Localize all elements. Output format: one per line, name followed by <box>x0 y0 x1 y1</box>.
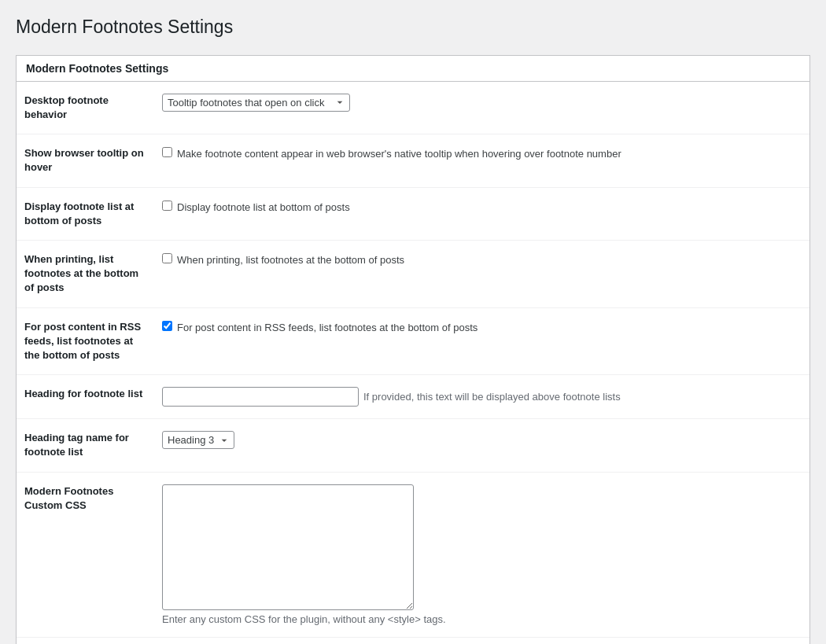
settings-box: Modern Footnotes Settings Desktop footno… <box>16 55 810 644</box>
help-heading-footnote-list: If provided, this text will be displayed… <box>363 389 621 405</box>
cell-desktop-behavior: Tooltip footnotes that open on click Too… <box>154 82 809 134</box>
label-display-footnote-list: Display footnote list at bottom of posts <box>17 187 154 240</box>
cell-printing-footnotes: When printing, list footnotes at the bot… <box>154 241 809 308</box>
heading-field-wrap: If provided, this text will be displayed… <box>162 387 802 407</box>
checkbox-text-rss-footnotes: For post content in RSS feeds, list foot… <box>177 320 478 336</box>
cell-rss-footnotes: For post content in RSS feeds, list foot… <box>154 307 809 375</box>
cell-custom-css: Enter any custom CSS for the plugin, wit… <box>154 472 809 637</box>
settings-section-title: Modern Footnotes Settings <box>17 56 809 82</box>
textarea-custom-css[interactable] <box>162 484 414 610</box>
form-table: Desktop footnote behavior Tooltip footno… <box>17 82 809 644</box>
cell-browser-tooltip: Make footnote content appear in web brow… <box>154 134 809 187</box>
checkbox-text-browser-tooltip: Make footnote content appear in web brow… <box>177 146 621 162</box>
label-heading-tag-name: Heading tag name for footnote list <box>17 419 154 472</box>
label-desktop-behavior: Desktop footnote behavior <box>17 82 154 134</box>
page-title: Modern Footnotes Settings <box>16 16 810 39</box>
checkbox-display-footnote-list[interactable] <box>162 201 172 211</box>
label-browser-tooltip: Show browser tooltip on hover <box>17 134 154 187</box>
row-browser-tooltip: Show browser tooltip on hover Make footn… <box>17 134 809 187</box>
page-wrap: Modern Footnotes Settings Modern Footnot… <box>0 0 826 644</box>
row-custom-css: Modern Footnotes Custom CSS Enter any cu… <box>17 472 809 637</box>
label-rss-footnotes: For post content in RSS feeds, list foot… <box>17 307 154 375</box>
label-printing-footnotes: When printing, list footnotes at the bot… <box>17 241 154 308</box>
checkbox-label-rss-footnotes[interactable]: For post content in RSS feeds, list foot… <box>162 320 802 336</box>
checkbox-label-browser-tooltip[interactable]: Make footnote content appear in web brow… <box>162 146 802 162</box>
row-desktop-behavior: Desktop footnote behavior Tooltip footno… <box>17 82 809 134</box>
custom-css-wrap: Enter any custom CSS for the plugin, wit… <box>162 484 802 625</box>
cell-heading-tag-name: Heading 1 Heading 2 Heading 3 Heading 4 … <box>154 419 809 472</box>
checkbox-text-display-footnote-list: Display footnote list at bottom of posts <box>177 200 350 215</box>
checkbox-printing-footnotes[interactable] <box>162 253 172 263</box>
row-custom-shortcode: Modern Footnotes Custom Shortcode Custom… <box>17 637 809 644</box>
checkbox-label-display-footnote-list[interactable]: Display footnote list at bottom of posts <box>162 200 802 215</box>
select-desktop-behavior[interactable]: Tooltip footnotes that open on click Too… <box>162 94 350 112</box>
row-heading-footnote-list: Heading for footnote list If provided, t… <box>17 375 809 419</box>
cell-heading-footnote-list: If provided, this text will be displayed… <box>154 375 809 419</box>
checkbox-browser-tooltip[interactable] <box>162 147 172 157</box>
help-custom-css: Enter any custom CSS for the plugin, wit… <box>162 613 802 625</box>
label-custom-css: Modern Footnotes Custom CSS <box>17 472 154 637</box>
row-display-footnote-list: Display footnote list at bottom of posts… <box>17 187 809 240</box>
label-heading-footnote-list: Heading for footnote list <box>17 375 154 419</box>
row-rss-footnotes: For post content in RSS feeds, list foot… <box>17 307 809 375</box>
select-heading-tag-name[interactable]: Heading 1 Heading 2 Heading 3 Heading 4 … <box>162 431 234 449</box>
checkbox-label-printing-footnotes[interactable]: When printing, list footnotes at the bot… <box>162 252 802 268</box>
cell-display-footnote-list: Display footnote list at bottom of posts <box>154 187 809 240</box>
row-heading-tag-name: Heading tag name for footnote list Headi… <box>17 419 809 472</box>
label-custom-shortcode: Modern Footnotes Custom Shortcode <box>17 637 154 644</box>
checkbox-text-printing-footnotes: When printing, list footnotes at the bot… <box>177 252 404 268</box>
cell-custom-shortcode: Custom shortcode if you'd like to use so… <box>154 637 809 644</box>
checkbox-rss-footnotes[interactable] <box>162 321 172 331</box>
input-heading-footnote-list[interactable] <box>162 387 359 407</box>
row-printing-footnotes: When printing, list footnotes at the bot… <box>17 241 809 308</box>
